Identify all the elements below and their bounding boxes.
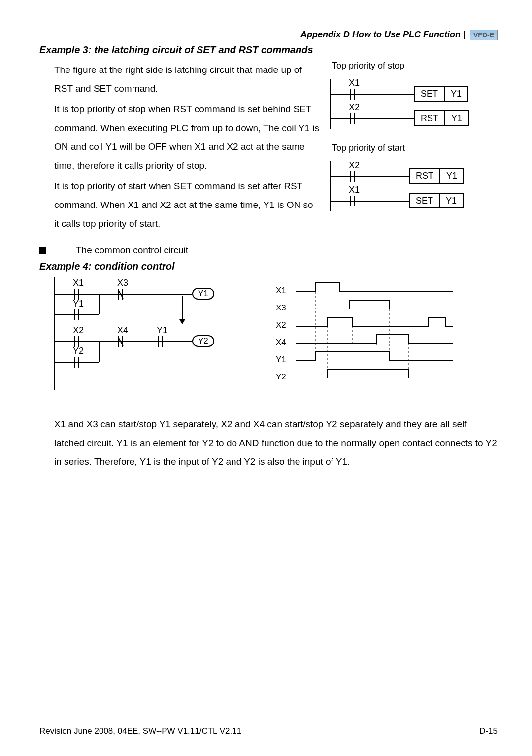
contact-label: X1 (349, 185, 360, 195)
inst-op: Y1 (445, 87, 467, 101)
ladder-diagram-condition: X1 X3 Y1 Y1 X2 X4 Y1 Y2 Y2 (54, 277, 246, 390)
inst-set: SET (415, 87, 445, 101)
footer-right: D-15 (479, 726, 498, 736)
contact-label: Y2 (73, 346, 84, 356)
ladder-diagram-stop: X1 SET Y1 X2 RST Y1 (330, 75, 498, 129)
coil-output: Y2 (192, 335, 214, 347)
appendix-title: Appendix D How to Use PLC Function (300, 30, 461, 39)
logo-badge: VFD-E (470, 30, 498, 40)
contact-label: X4 (117, 325, 128, 336)
timing-label: X2 (276, 320, 286, 330)
timing-diagram: X1 X3 X2 X4 Y1 Y2 (276, 277, 463, 395)
example3-diagrams: Top priority of stop X1 SET Y1 X2 RST Y1… (330, 61, 498, 235)
inst-rst: RST (415, 111, 445, 125)
example3-para1: The figure at the right side is latching… (54, 61, 320, 98)
contact-label: X3 (117, 278, 128, 288)
contact-label: X2 (349, 160, 360, 171)
page-header: Appendix D How to Use PLC Function | VFD… (39, 30, 498, 40)
example3-para2: It is top priority of stop when RST comm… (54, 100, 320, 175)
example3-para3: It is top priority of start when SET com… (54, 177, 320, 233)
contact-label: X1 (349, 78, 360, 88)
arrow-down-icon (177, 296, 187, 325)
contact-label: X2 (349, 103, 360, 113)
contact-label: Y1 (157, 325, 167, 336)
example3-text: The figure at the right side is latching… (39, 61, 320, 235)
timing-label: X4 (276, 338, 286, 347)
inst-rst: RST (410, 169, 440, 183)
inst-set: SET (410, 194, 440, 207)
diag1-title: Top priority of stop (332, 61, 498, 71)
inst-op: Y1 (440, 194, 463, 207)
ladder-diagram-start: X2 RST Y1 X1 SET Y1 (330, 157, 498, 211)
timing-svg (276, 277, 463, 395)
contact-label: Y1 (73, 299, 84, 309)
diag2-title: Top priority of start (332, 143, 498, 153)
svg-marker-1 (179, 319, 185, 324)
separator: | (463, 30, 468, 39)
timing-label: Y1 (276, 355, 286, 365)
bullet-text: The common control circuit (76, 245, 188, 256)
inst-op: Y1 (440, 169, 463, 183)
square-bullet-icon (39, 247, 46, 254)
example3-content: The figure at the right side is latching… (39, 61, 498, 235)
page-footer: Revision June 2008, 04EE, SW--PW V1.11/C… (39, 726, 498, 736)
contact-label: X1 (73, 278, 84, 288)
example4-content: X1 X3 Y1 Y1 X2 X4 Y1 Y2 Y2 (39, 277, 498, 395)
coil-output: Y1 (192, 288, 214, 300)
timing-label: Y2 (276, 372, 286, 382)
example4-para: X1 and X3 can start/stop Y1 separately, … (39, 415, 498, 471)
contact-label: X2 (73, 325, 84, 336)
timing-label: X3 (276, 303, 286, 313)
example4-title: Example 4: condition control (39, 261, 498, 272)
footer-left: Revision June 2008, 04EE, SW--PW V1.11/C… (39, 726, 241, 736)
timing-label: X1 (276, 286, 286, 296)
example3-title: Example 3: the latching circuit of SET a… (39, 44, 498, 56)
bullet-common-control: The common control circuit (39, 245, 498, 256)
inst-op: Y1 (445, 111, 468, 125)
